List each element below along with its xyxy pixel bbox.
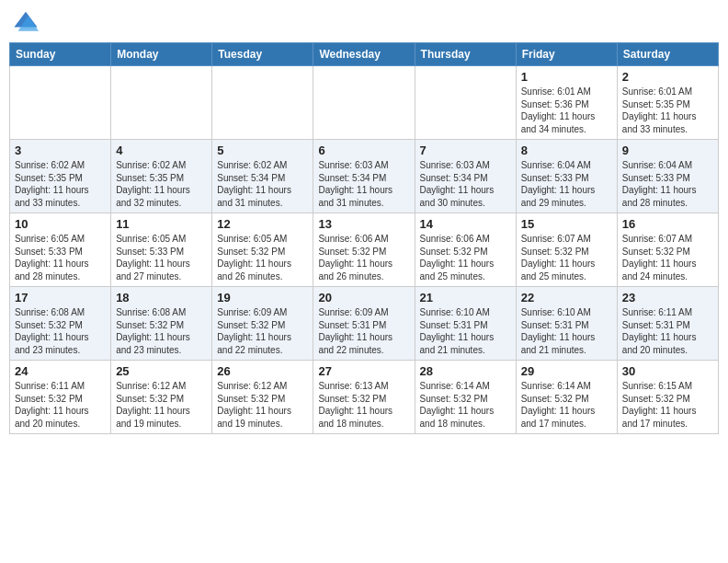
calendar-cell: 16Sunrise: 6:07 AM Sunset: 5:32 PM Dayli… — [617, 213, 718, 287]
day-number: 6 — [318, 144, 409, 157]
calendar-cell — [313, 66, 415, 140]
day-info: Sunrise: 6:12 AM Sunset: 5:32 PM Dayligh… — [116, 380, 207, 430]
calendar-cell: 24Sunrise: 6:11 AM Sunset: 5:32 PM Dayli… — [10, 361, 111, 434]
day-info: Sunrise: 6:02 AM Sunset: 5:35 PM Dayligh… — [116, 159, 207, 209]
calendar-cell: 8Sunrise: 6:04 AM Sunset: 5:33 PM Daylig… — [516, 140, 617, 213]
calendar-header-row: SundayMondayTuesdayWednesdayThursdayFrid… — [10, 43, 719, 66]
weekday-header-monday: Monday — [111, 43, 212, 66]
calendar-table: SundayMondayTuesdayWednesdayThursdayFrid… — [9, 42, 719, 434]
calendar-cell: 1Sunrise: 6:01 AM Sunset: 5:36 PM Daylig… — [516, 66, 617, 140]
day-number: 8 — [521, 144, 612, 157]
day-info: Sunrise: 6:04 AM Sunset: 5:33 PM Dayligh… — [622, 159, 713, 209]
weekday-header-thursday: Thursday — [415, 43, 516, 66]
day-info: Sunrise: 6:10 AM Sunset: 5:31 PM Dayligh… — [420, 306, 511, 356]
weekday-header-wednesday: Wednesday — [313, 43, 415, 66]
day-number: 22 — [521, 291, 612, 304]
calendar-cell: 25Sunrise: 6:12 AM Sunset: 5:32 PM Dayli… — [111, 361, 212, 434]
calendar-cell: 12Sunrise: 6:05 AM Sunset: 5:32 PM Dayli… — [212, 213, 313, 287]
calendar-cell: 13Sunrise: 6:06 AM Sunset: 5:32 PM Dayli… — [313, 213, 415, 287]
day-number: 4 — [116, 144, 207, 157]
calendar-cell: 28Sunrise: 6:14 AM Sunset: 5:32 PM Dayli… — [415, 361, 516, 434]
day-info: Sunrise: 6:03 AM Sunset: 5:34 PM Dayligh… — [318, 159, 409, 209]
calendar-cell: 6Sunrise: 6:03 AM Sunset: 5:34 PM Daylig… — [313, 140, 415, 213]
week-row-2: 3Sunrise: 6:02 AM Sunset: 5:35 PM Daylig… — [10, 140, 719, 213]
day-info: Sunrise: 6:01 AM Sunset: 5:35 PM Dayligh… — [622, 86, 713, 135]
calendar-cell: 10Sunrise: 6:05 AM Sunset: 5:33 PM Dayli… — [10, 213, 111, 287]
day-number: 25 — [116, 364, 207, 378]
weekday-header-sunday: Sunday — [10, 43, 111, 66]
logo — [13, 9, 40, 35]
day-info: Sunrise: 6:05 AM Sunset: 5:33 PM Dayligh… — [15, 233, 106, 282]
day-info: Sunrise: 6:06 AM Sunset: 5:32 PM Dayligh… — [318, 233, 409, 282]
day-number: 17 — [15, 291, 106, 304]
weekday-header-friday: Friday — [516, 43, 617, 66]
day-info: Sunrise: 6:02 AM Sunset: 5:34 PM Dayligh… — [217, 159, 308, 209]
calendar-cell: 7Sunrise: 6:03 AM Sunset: 5:34 PM Daylig… — [415, 140, 516, 213]
calendar-cell: 5Sunrise: 6:02 AM Sunset: 5:34 PM Daylig… — [212, 140, 313, 213]
day-info: Sunrise: 6:15 AM Sunset: 5:32 PM Dayligh… — [622, 380, 713, 430]
day-number: 12 — [217, 217, 308, 231]
day-number: 27 — [318, 364, 409, 378]
day-info: Sunrise: 6:05 AM Sunset: 5:33 PM Dayligh… — [116, 233, 207, 282]
day-number: 5 — [217, 144, 308, 157]
day-number: 15 — [521, 217, 612, 231]
calendar-cell: 14Sunrise: 6:06 AM Sunset: 5:32 PM Dayli… — [415, 213, 516, 287]
calendar-cell: 22Sunrise: 6:10 AM Sunset: 5:31 PM Dayli… — [516, 287, 617, 361]
calendar-cell: 27Sunrise: 6:13 AM Sunset: 5:32 PM Dayli… — [313, 361, 415, 434]
calendar-cell: 15Sunrise: 6:07 AM Sunset: 5:32 PM Dayli… — [516, 213, 617, 287]
day-info: Sunrise: 6:08 AM Sunset: 5:32 PM Dayligh… — [116, 306, 207, 356]
day-info: Sunrise: 6:08 AM Sunset: 5:32 PM Dayligh… — [15, 306, 106, 356]
day-info: Sunrise: 6:11 AM Sunset: 5:32 PM Dayligh… — [15, 380, 106, 430]
week-row-3: 10Sunrise: 6:05 AM Sunset: 5:33 PM Dayli… — [10, 213, 719, 287]
day-info: Sunrise: 6:07 AM Sunset: 5:32 PM Dayligh… — [521, 233, 612, 282]
calendar-cell: 29Sunrise: 6:14 AM Sunset: 5:32 PM Dayli… — [516, 361, 617, 434]
day-info: Sunrise: 6:14 AM Sunset: 5:32 PM Dayligh… — [521, 380, 612, 430]
logo-icon — [13, 9, 39, 35]
day-number: 23 — [622, 291, 713, 304]
day-info: Sunrise: 6:11 AM Sunset: 5:31 PM Dayligh… — [622, 306, 713, 356]
day-number: 11 — [116, 217, 207, 231]
calendar-cell — [415, 66, 516, 140]
day-info: Sunrise: 6:05 AM Sunset: 5:32 PM Dayligh… — [217, 233, 308, 282]
page-header — [9, 9, 719, 35]
day-info: Sunrise: 6:03 AM Sunset: 5:34 PM Dayligh… — [420, 159, 511, 209]
calendar-cell: 17Sunrise: 6:08 AM Sunset: 5:32 PM Dayli… — [10, 287, 111, 361]
day-number: 30 — [622, 364, 713, 378]
day-number: 1 — [521, 70, 612, 84]
calendar-cell: 19Sunrise: 6:09 AM Sunset: 5:32 PM Dayli… — [212, 287, 313, 361]
calendar-cell: 26Sunrise: 6:12 AM Sunset: 5:32 PM Dayli… — [212, 361, 313, 434]
day-info: Sunrise: 6:04 AM Sunset: 5:33 PM Dayligh… — [521, 159, 612, 209]
calendar-cell: 2Sunrise: 6:01 AM Sunset: 5:35 PM Daylig… — [617, 66, 718, 140]
day-number: 2 — [622, 70, 713, 84]
day-number: 14 — [420, 217, 511, 231]
week-row-5: 24Sunrise: 6:11 AM Sunset: 5:32 PM Dayli… — [10, 361, 719, 434]
calendar-cell: 18Sunrise: 6:08 AM Sunset: 5:32 PM Dayli… — [111, 287, 212, 361]
week-row-4: 17Sunrise: 6:08 AM Sunset: 5:32 PM Dayli… — [10, 287, 719, 361]
calendar-cell: 23Sunrise: 6:11 AM Sunset: 5:31 PM Dayli… — [617, 287, 718, 361]
day-number: 19 — [217, 291, 308, 304]
day-number: 24 — [15, 364, 106, 378]
day-number: 9 — [622, 144, 713, 157]
day-info: Sunrise: 6:10 AM Sunset: 5:31 PM Dayligh… — [521, 306, 612, 356]
day-info: Sunrise: 6:02 AM Sunset: 5:35 PM Dayligh… — [15, 159, 106, 209]
calendar-cell — [111, 66, 212, 140]
day-info: Sunrise: 6:14 AM Sunset: 5:32 PM Dayligh… — [420, 380, 511, 430]
calendar-cell: 20Sunrise: 6:09 AM Sunset: 5:31 PM Dayli… — [313, 287, 415, 361]
day-number: 20 — [318, 291, 409, 304]
day-number: 28 — [420, 364, 511, 378]
calendar-cell: 21Sunrise: 6:10 AM Sunset: 5:31 PM Dayli… — [415, 287, 516, 361]
weekday-header-tuesday: Tuesday — [212, 43, 313, 66]
day-number: 3 — [15, 144, 106, 157]
calendar-cell — [10, 66, 111, 140]
day-number: 13 — [318, 217, 409, 231]
calendar-cell: 3Sunrise: 6:02 AM Sunset: 5:35 PM Daylig… — [10, 140, 111, 213]
day-number: 10 — [15, 217, 106, 231]
calendar-cell — [212, 66, 313, 140]
calendar-cell: 11Sunrise: 6:05 AM Sunset: 5:33 PM Dayli… — [111, 213, 212, 287]
calendar-cell: 4Sunrise: 6:02 AM Sunset: 5:35 PM Daylig… — [111, 140, 212, 213]
day-info: Sunrise: 6:12 AM Sunset: 5:32 PM Dayligh… — [217, 380, 308, 430]
day-info: Sunrise: 6:09 AM Sunset: 5:31 PM Dayligh… — [318, 306, 409, 356]
day-number: 21 — [420, 291, 511, 304]
day-number: 7 — [420, 144, 511, 157]
day-number: 16 — [622, 217, 713, 231]
